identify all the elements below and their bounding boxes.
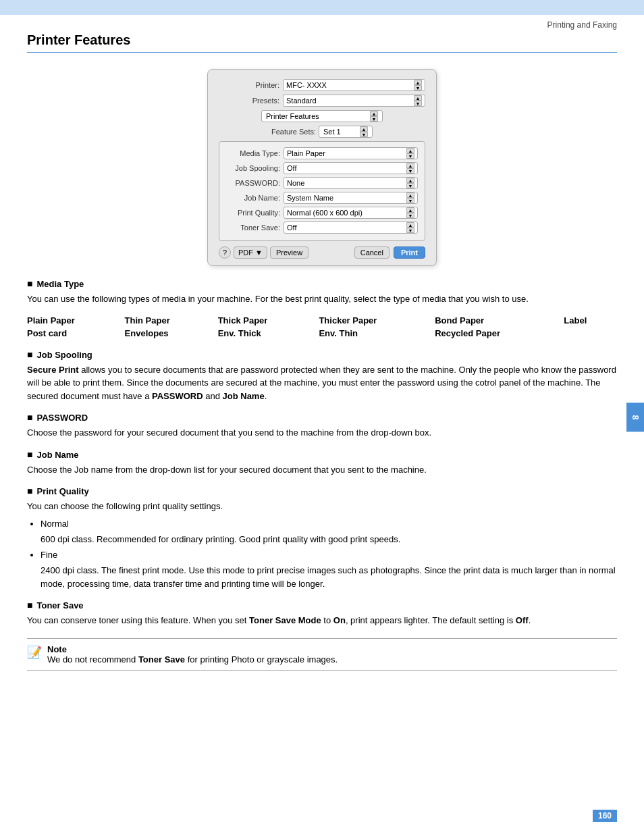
dialog-footer: ? PDF ▼ Preview Cancel Print	[219, 246, 425, 259]
printer-label: Printer:	[219, 81, 279, 89]
presets-label: Presets:	[219, 97, 279, 105]
media-thicker: Thicker Paper	[319, 314, 435, 327]
job-spooling-body: Secure Print allows you to secure docume…	[27, 363, 617, 403]
section-job-spooling-heading: ■ Job Spooling	[27, 349, 617, 360]
inner-row-0: Media Type: Plain Paper ▲ ▼	[226, 147, 418, 159]
media-postcard: Post card	[27, 327, 125, 340]
inner-row-1: Job Spooling: Off ▲ ▼	[226, 162, 418, 174]
help-button[interactable]: ?	[219, 246, 231, 259]
inner-label-2: PASSWORD:	[226, 179, 280, 187]
inner-stepper-1[interactable]: ▲ ▼	[406, 163, 414, 174]
inner-row-5: Toner Save: Off ▲ ▼	[226, 221, 418, 234]
features-select[interactable]: Printer Features ▲ ▼	[261, 110, 383, 122]
media-bond: Bond Paper	[435, 314, 564, 327]
section-media-type-heading: ■ Media Type	[27, 278, 617, 289]
pdf-button[interactable]: PDF ▼	[234, 246, 267, 259]
print-quality-title: Print Quality	[36, 486, 88, 496]
inner-row-4: Print Quality: Normal (600 x 600 dpi) ▲ …	[226, 207, 418, 219]
top-bar	[0, 0, 644, 15]
inner-stepper-2[interactable]: ▲ ▼	[406, 178, 414, 188]
note-title: Note	[47, 644, 338, 654]
quality-fine-desc: 2400 dpi class. The finest print mode. U…	[41, 564, 617, 590]
section-password-heading: ■ PASSWORD	[27, 412, 617, 423]
bullet-icon-2: ■	[27, 349, 32, 360]
printer-select[interactable]: MFC- XXXX ▲ ▼	[283, 79, 425, 91]
inner-label-3: Job Name:	[226, 194, 280, 202]
toner-save-title: Toner Save	[36, 600, 83, 610]
presets-stepper[interactable]: ▲ ▼	[414, 95, 422, 106]
inner-row-2: PASSWORD: None ▲ ▼	[226, 177, 418, 189]
feature-sets-stepper[interactable]: ▲ ▼	[360, 126, 368, 137]
stepper-down[interactable]: ▼	[414, 85, 422, 90]
inner-select-3[interactable]: System Name ▲ ▼	[284, 192, 418, 204]
feature-sets-select[interactable]: Set 1 ▲ ▼	[319, 126, 373, 138]
media-type-table: Plain Paper Thin Paper Thick Paper Thick…	[27, 314, 617, 340]
features-stepper[interactable]: ▲ ▼	[370, 111, 378, 122]
inner-label-0: Media Type:	[226, 149, 280, 157]
media-label: Label	[564, 314, 617, 327]
inner-stepper-5[interactable]: ▲ ▼	[406, 222, 414, 233]
quality-normal-desc: 600 dpi class. Recommended for ordinary …	[41, 533, 617, 546]
media-recycled: Recycled Paper	[435, 327, 564, 340]
feature-sets-label: Feature Sets:	[271, 128, 316, 136]
inner-label-5: Toner Save:	[226, 224, 280, 232]
cancel-button[interactable]: Cancel	[354, 246, 390, 259]
inner-stepper-3[interactable]: ▲ ▼	[406, 192, 414, 203]
note-content-area: Note We do not recommend Toner Save for …	[47, 644, 338, 664]
inner-label-1: Job Spooling:	[226, 164, 280, 172]
password-title: PASSWORD	[36, 413, 88, 423]
section-print-quality-heading: ■ Print Quality	[27, 486, 617, 496]
inner-options-box: Media Type: Plain Paper ▲ ▼ Job Spooling…	[219, 141, 425, 241]
printer-dialog: Printer: MFC- XXXX ▲ ▼ Presets: Standard…	[207, 69, 437, 266]
media-env-thick: Env. Thick	[218, 327, 319, 340]
bullet-icon-5: ■	[27, 486, 32, 496]
media-type-body: You can use the following types of media…	[27, 292, 617, 306]
stepper-up[interactable]: ▲	[414, 80, 422, 85]
inner-select-0[interactable]: Plain Paper ▲ ▼	[284, 147, 418, 159]
media-thick: Thick Paper	[218, 314, 319, 327]
note-text: We do not recommend Toner Save for print…	[47, 654, 338, 664]
inner-select-2[interactable]: None ▲ ▼	[284, 177, 418, 189]
quality-fine-item: Fine	[41, 550, 617, 560]
media-type-title: Media Type	[36, 279, 84, 289]
print-quality-list: Normal	[41, 519, 617, 529]
quality-normal-item: Normal	[41, 519, 617, 529]
section-title: Printing and Faxing	[547, 20, 617, 30]
print-quality-body: You can choose the following print quali…	[27, 500, 617, 513]
password-body: Choose the password for your secured doc…	[27, 426, 617, 440]
media-thin: Thin Paper	[125, 314, 218, 327]
note-box: 📝 Note We do not recommend Toner Save fo…	[27, 638, 617, 671]
inner-select-5[interactable]: Off ▲ ▼	[284, 221, 418, 234]
inner-select-1[interactable]: Off ▲ ▼	[284, 162, 418, 174]
print-button[interactable]: Print	[394, 246, 425, 259]
section-job-name-heading: ■ Job Name	[27, 449, 617, 460]
job-name-title: Job Name	[36, 450, 78, 460]
section-toner-save-heading: ■ Toner Save	[27, 600, 617, 610]
bullet-icon-6: ■	[27, 600, 32, 610]
job-spooling-title: Job Spooling	[36, 350, 92, 360]
page-title: Printer Features	[27, 32, 617, 53]
presets-select[interactable]: Standard ▲ ▼	[283, 95, 425, 107]
toner-save-body: You can conserve toner using this featur…	[27, 614, 617, 627]
preview-button[interactable]: Preview	[270, 246, 308, 259]
page-number: 160	[593, 810, 617, 822]
page-number-area: 160	[593, 810, 617, 822]
media-envelopes: Envelopes	[125, 327, 218, 340]
inner-row-3: Job Name: System Name ▲ ▼	[226, 192, 418, 204]
printer-stepper[interactable]: ▲ ▼	[414, 80, 422, 90]
bullet-icon: ■	[27, 278, 32, 289]
dialog-wrapper: Printer: MFC- XXXX ▲ ▼ Presets: Standard…	[27, 69, 617, 266]
inner-select-4[interactable]: Normal (600 x 600 dpi) ▲ ▼	[284, 207, 418, 219]
chapter-tab: 8	[626, 402, 644, 432]
print-quality-list-2: Fine	[41, 550, 617, 560]
media-env-thin: Env. Thin	[319, 327, 435, 340]
note-icon: 📝	[27, 645, 42, 660]
media-plain: Plain Paper	[27, 314, 125, 327]
bullet-icon-4: ■	[27, 449, 32, 460]
bullet-icon-3: ■	[27, 412, 32, 423]
inner-stepper-0[interactable]: ▲ ▼	[406, 148, 414, 159]
inner-stepper-4[interactable]: ▲ ▼	[406, 207, 414, 218]
job-name-body: Choose the Job name from the drop-down l…	[27, 463, 617, 477]
inner-label-4: Print Quality:	[226, 209, 280, 217]
